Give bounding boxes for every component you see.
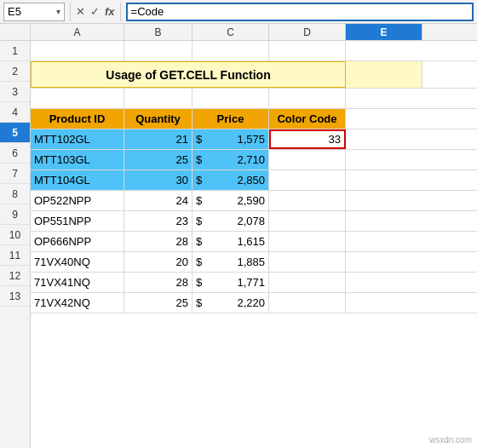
fx-icon[interactable]: fx	[105, 5, 115, 18]
corner-spacer	[0, 24, 31, 40]
row-num-6[interactable]: 6	[0, 143, 30, 164]
cell-c5[interactable]: 21	[124, 129, 193, 149]
row-num-9[interactable]: 9	[0, 204, 30, 225]
table-row: MTT104GL 30 $2,850	[31, 170, 477, 191]
formula-bar: E5 ▾ ✕ ✓ fx =Code	[0, 0, 477, 24]
table-row: Usage of GET.CELL Function	[31, 61, 477, 89]
cell-d5[interactable]: $1,575	[193, 129, 269, 149]
cell-b4-header[interactable]: Product ID	[31, 109, 124, 129]
cell-d6[interactable]: $2,710	[193, 150, 269, 169]
cell-reference-box[interactable]: E5 ▾	[3, 3, 65, 21]
cell-d10[interactable]: $1,615	[193, 232, 269, 251]
cell-b10[interactable]: OP666NPP	[31, 232, 124, 251]
cell-c1[interactable]	[124, 41, 193, 60]
table-row	[31, 89, 477, 109]
cell-d8[interactable]: $2,590	[193, 191, 269, 210]
cell-c13[interactable]: 25	[124, 293, 193, 313]
col-header-e[interactable]: E	[346, 24, 422, 40]
cell-b9[interactable]: OP551NPP	[31, 211, 124, 231]
dropdown-arrow-icon: ▾	[56, 7, 60, 16]
cell-d3[interactable]	[193, 89, 269, 108]
cell-b3[interactable]	[31, 89, 124, 108]
title-text: Usage of GET.CELL Function	[106, 68, 270, 82]
row-num-3[interactable]: 3	[0, 82, 30, 102]
table-row: Product ID Quantity Price Color Code	[31, 109, 477, 129]
cell-e11[interactable]	[269, 252, 346, 272]
cell-d4-header[interactable]: Price	[193, 109, 269, 129]
cell-e9[interactable]	[269, 211, 346, 231]
cell-e13[interactable]	[269, 293, 346, 313]
cell-d12[interactable]: $1,771	[193, 273, 269, 292]
row-num-13[interactable]: 13	[0, 286, 30, 307]
divider2	[120, 3, 121, 21]
cell-e8[interactable]	[269, 191, 346, 210]
cell-d7[interactable]: $2,850	[193, 170, 269, 190]
watermark: wsxdn.com	[429, 435, 472, 445]
row-num-4[interactable]: 4	[0, 102, 30, 123]
cell-c4-header[interactable]: Quantity	[124, 109, 193, 129]
cell-e6[interactable]	[269, 150, 346, 169]
table-row: 71VX40NQ 20 $1,885	[31, 252, 477, 273]
row-num-8[interactable]: 8	[0, 184, 30, 204]
cell-e10[interactable]	[269, 232, 346, 251]
cell-c12[interactable]: 28	[124, 273, 193, 292]
cell-c8[interactable]: 24	[124, 191, 193, 210]
divider	[70, 3, 71, 21]
table-row: MTT103GL 25 $2,710	[31, 150, 477, 170]
cell-e12[interactable]	[269, 273, 346, 292]
column-headers-row: A B C D E	[0, 24, 477, 41]
col-header-d[interactable]: D	[269, 24, 346, 40]
col-header-c[interactable]: C	[193, 24, 269, 40]
cell-ref-text: E5	[8, 5, 21, 18]
cell-c3[interactable]	[124, 89, 193, 108]
cell-b6[interactable]: MTT103GL	[31, 150, 124, 169]
row-num-5[interactable]: 5	[0, 123, 30, 143]
table-row: MTT102GL 21 $1,575 33	[31, 129, 477, 150]
grid-content: Usage of GET.CELL Function Product ID Qu…	[31, 41, 477, 448]
row-num-11[interactable]: 11	[0, 245, 30, 266]
row-num-2[interactable]: 2	[0, 61, 30, 82]
row-num-12[interactable]: 12	[0, 266, 30, 286]
table-row: 71VX42NQ 25 $2,220	[31, 293, 477, 313]
cell-b7[interactable]: MTT104GL	[31, 170, 124, 190]
table-row: OP551NPP 23 $2,078	[31, 211, 477, 232]
cell-c6[interactable]: 25	[124, 150, 193, 169]
formula-value: =Code	[131, 5, 164, 18]
formula-icons: ✕ ✓ fx	[76, 5, 115, 18]
table-row: 71VX41NQ 28 $1,771	[31, 273, 477, 293]
cell-c9[interactable]: 23	[124, 211, 193, 231]
row-num-1[interactable]: 1	[0, 41, 30, 61]
cancel-icon[interactable]: ✕	[76, 5, 85, 18]
cell-e4-header[interactable]: Color Code	[269, 109, 346, 129]
cell-e5[interactable]: 33	[269, 129, 346, 149]
table-row: OP522NPP 24 $2,590	[31, 191, 477, 211]
row-num-10[interactable]: 10	[0, 225, 30, 245]
cell-b8[interactable]: OP522NPP	[31, 191, 124, 210]
row-num-7[interactable]: 7	[0, 164, 30, 184]
cell-d1[interactable]	[193, 41, 269, 60]
cell-d13[interactable]: $2,220	[193, 293, 269, 313]
cell-b1[interactable]	[31, 41, 124, 60]
cell-e2[interactable]	[346, 61, 422, 88]
cell-b12[interactable]: 71VX41NQ	[31, 273, 124, 292]
col-header-b[interactable]: B	[124, 24, 193, 40]
cell-e7[interactable]	[269, 170, 346, 190]
row-numbers: 1 2 3 4 5 6 7 8 9 10 11 12 13	[0, 41, 31, 448]
cell-e3[interactable]	[269, 89, 346, 108]
spreadsheet: A B C D E 1 2 3 4 5 6 7 8 9 10 11 12 13	[0, 24, 477, 448]
cell-b2[interactable]: Usage of GET.CELL Function	[31, 61, 346, 88]
cell-c10[interactable]: 28	[124, 232, 193, 251]
cell-b11[interactable]: 71VX40NQ	[31, 252, 124, 272]
cell-d11[interactable]: $1,885	[193, 252, 269, 272]
formula-input[interactable]: =Code	[126, 3, 474, 21]
cell-b5[interactable]: MTT102GL	[31, 129, 124, 149]
cell-c11[interactable]: 20	[124, 252, 193, 272]
col-header-a[interactable]: A	[31, 24, 124, 40]
grid-area: 1 2 3 4 5 6 7 8 9 10 11 12 13	[0, 41, 477, 448]
cell-c7[interactable]: 30	[124, 170, 193, 190]
cell-d9[interactable]: $2,078	[193, 211, 269, 231]
table-row: OP666NPP 28 $1,615	[31, 232, 477, 252]
cell-e1[interactable]	[269, 41, 346, 60]
confirm-icon[interactable]: ✓	[90, 5, 100, 18]
cell-b13[interactable]: 71VX42NQ	[31, 293, 124, 313]
